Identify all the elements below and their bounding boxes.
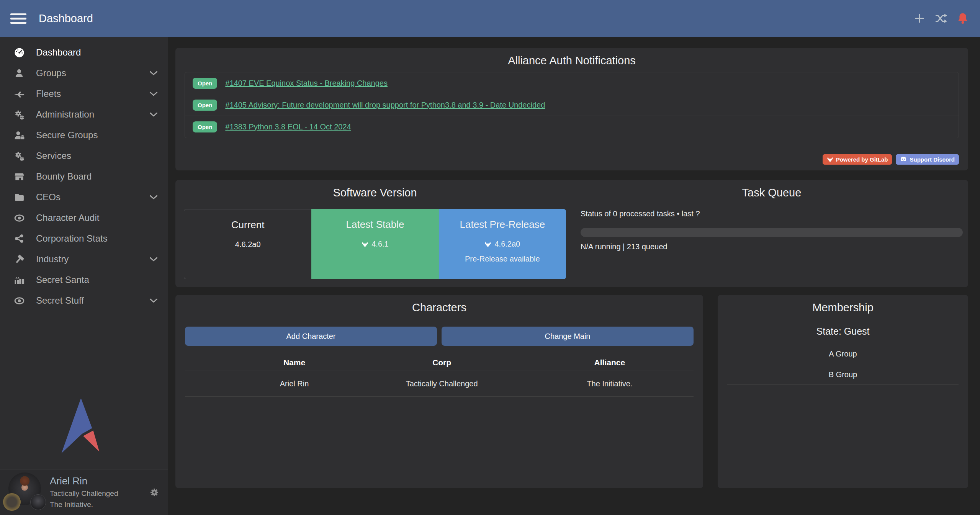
notifications-panel: Alliance Auth Notifications Open #1407 E… [175, 48, 968, 170]
task-queue-counts: N/A running | 213 queued [581, 242, 963, 251]
change-main-button[interactable]: Change Main [442, 327, 694, 346]
sidebar-item-services[interactable]: Services [0, 146, 168, 166]
page-title: Dashboard [39, 12, 93, 25]
sidebar-item-label: CEOs [36, 192, 61, 203]
powered-by-gitlab-badge[interactable]: Powered by GitLab [823, 154, 892, 165]
sidebar-item-ceos[interactable]: CEOs [0, 187, 168, 208]
add-character-button[interactable]: Add Character [185, 327, 437, 346]
notifications-list: Open #1407 EVE Equinox Status - Breaking… [185, 72, 959, 138]
version-current: Current 4.6.2a0 [184, 209, 311, 279]
membership-state: State: Guest [727, 326, 959, 337]
status-badge: Open [193, 100, 217, 111]
prerelease-note: Pre-Release available [439, 255, 566, 263]
badge-label: Support Discord [910, 156, 955, 163]
footer-badges: Powered by GitLab Support Discord [823, 154, 959, 165]
sidebar-item-label: Administration [36, 109, 94, 120]
user-card: Ariel Rin Tactically Challenged The Init… [0, 469, 168, 515]
cell-alliance: The Initiative. [526, 379, 694, 388]
navbar-actions [914, 12, 969, 25]
version-value: 4.6.1 [371, 240, 388, 249]
task-queue-progressbar [581, 228, 963, 237]
chevron-down-icon [149, 195, 158, 200]
sidebar-item-industry[interactable]: Industry [0, 249, 168, 270]
gitlab-icon [362, 241, 368, 248]
menu-toggle-button[interactable] [10, 12, 26, 25]
user-lock-icon [13, 130, 25, 141]
header-alliance: Alliance [526, 358, 694, 367]
top-navbar: Dashboard [0, 0, 980, 37]
version-value: 4.6.2a0 [494, 240, 520, 249]
hammer-icon [13, 254, 25, 265]
sidebar-item-administration[interactable]: Administration [0, 104, 168, 125]
sidebar-item-secret-santa[interactable]: Secret Santa [0, 270, 168, 290]
sidebar-menu: Dashboard Groups Fleets [0, 37, 168, 311]
notification-link[interactable]: #1407 EVE Equinox Status - Breaking Chan… [225, 79, 388, 88]
sidebar-item-label: Secret Stuff [36, 295, 84, 306]
shuffle-icon[interactable] [935, 13, 947, 23]
group-item: B Group [727, 364, 959, 385]
version-label: Latest Pre-Release [439, 219, 566, 231]
sidebar-item-label: Bounty Board [36, 171, 92, 182]
sidebar-item-corporation-stats[interactable]: Corporation Stats [0, 228, 168, 249]
discord-icon [900, 157, 907, 162]
sidebar-item-dashboard[interactable]: Dashboard [0, 42, 168, 63]
gitlab-icon [827, 156, 833, 163]
sidebar-item-label: Character Audit [36, 213, 99, 223]
notifications-title: Alliance Auth Notifications [185, 48, 959, 67]
cell-name: Ariel Rin [231, 379, 358, 388]
characters-table-header: Name Corp Alliance [185, 354, 694, 371]
membership-title: Membership [727, 295, 959, 314]
sidebar-item-label: Fleets [36, 88, 61, 99]
share-icon [13, 234, 25, 244]
sidebar-item-groups[interactable]: Groups [0, 63, 168, 83]
user-name: Ariel Rin [50, 474, 118, 488]
badge-label: Powered by GitLab [836, 156, 888, 163]
status-badge: Open [193, 78, 217, 89]
alliance-logo [30, 494, 46, 510]
header-corp: Corp [358, 358, 526, 367]
notification-link[interactable]: #1405 Advisory: Future development will … [225, 101, 545, 110]
add-icon[interactable] [914, 13, 925, 24]
sidebar-item-secret-stuff[interactable]: Secret Stuff [0, 290, 168, 311]
version-box: Current 4.6.2a0 Latest Stable 4.6.1 Late… [184, 209, 566, 279]
task-queue-title: Task Queue [581, 180, 963, 199]
notifications-bell-icon[interactable] [957, 12, 969, 25]
corp-logo [3, 493, 21, 511]
support-discord-badge[interactable]: Support Discord [896, 154, 959, 165]
eye-icon [13, 213, 25, 223]
user-alliance: The Initiative. [50, 499, 118, 510]
status-badge: Open [193, 121, 217, 132]
header-name: Name [231, 358, 358, 367]
sidebar-item-fleets[interactable]: Fleets [0, 83, 168, 104]
layout: Dashboard Groups Fleets [0, 37, 980, 515]
sidebar-item-secure-groups[interactable]: Secure Groups [0, 125, 168, 146]
membership-panel: Membership State: Guest A Group B Group [718, 295, 968, 488]
settings-gear-icon[interactable] [149, 487, 159, 497]
sidebar-item-label: Services [36, 150, 71, 161]
sidebar-item-bounty-board[interactable]: Bounty Board [0, 166, 168, 187]
sidebar: Dashboard Groups Fleets [0, 37, 168, 515]
eye-icon [13, 296, 25, 306]
membership-groups: A Group B Group [727, 343, 959, 385]
main-content: Alliance Auth Notifications Open #1407 E… [168, 37, 980, 515]
gitlab-icon [484, 241, 491, 248]
task-queue-status: Status of 0 processed tasks • last ? [581, 209, 963, 218]
folder-icon [13, 192, 25, 203]
fighter-jet-icon [13, 89, 25, 99]
user-icon [13, 68, 25, 78]
store-icon [13, 172, 25, 182]
gifts-icon [13, 275, 25, 285]
user-info: Ariel Rin Tactically Challenged The Init… [50, 474, 118, 510]
version-label: Current [184, 219, 311, 231]
sidebar-item-character-audit[interactable]: Character Audit [0, 208, 168, 228]
sidebar-item-label: Groups [36, 68, 66, 78]
chevron-down-icon [149, 71, 158, 76]
notification-row: Open #1405 Advisory: Future development … [185, 94, 959, 116]
app-root: Dashboard [0, 0, 980, 515]
user-corp: Tactically Challenged [50, 488, 118, 499]
version-latest-stable: Latest Stable 4.6.1 [311, 209, 438, 279]
task-queue-section: Task Queue Status of 0 processed tasks •… [574, 180, 968, 287]
alliance-auth-logo [57, 396, 114, 457]
software-version-section: Software Version Current 4.6.2a0 Latest … [175, 180, 574, 287]
notification-link[interactable]: #1383 Python 3.8 EOL - 14 Oct 2024 [225, 123, 351, 131]
